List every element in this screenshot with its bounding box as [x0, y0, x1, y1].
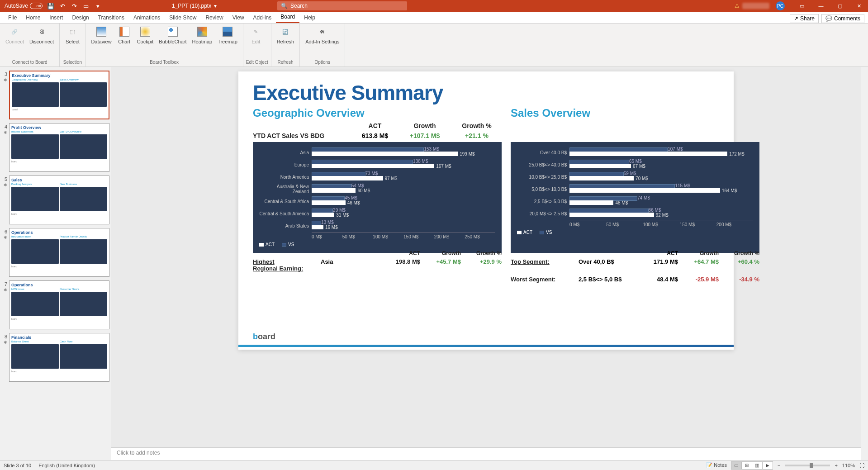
bar-row: Asia 153 M$ 199 M$ [259, 147, 495, 158]
select-button[interactable]: ⬚Select [62, 24, 82, 46]
highest-growthp: +29.9 % [480, 258, 502, 265]
bar-row: 25,0 B$<> 40,0 B$ 65 M$ 67 M$ [517, 159, 753, 171]
thumbnail-item[interactable]: 3✱ Executive Summary Geographic Overview… [2, 71, 109, 119]
warning-icon[interactable]: ⚠ [735, 3, 740, 9]
thumbnail-card[interactable]: Financials Balance SheetCash Flow board [9, 333, 109, 382]
highest-growth: +45.7 M$ [436, 258, 461, 265]
sales-section-title: Sales Overview [511, 107, 759, 119]
tab-home[interactable]: Home [21, 12, 45, 23]
ribbon-mode-icon[interactable]: ▭ [793, 0, 811, 12]
dataview-button[interactable]: Dataview [88, 24, 114, 46]
zoom-out-icon[interactable]: − [778, 463, 780, 468]
highest-region: Asia [321, 258, 379, 272]
user-name [742, 3, 769, 9]
close-icon[interactable]: ✕ [850, 0, 868, 12]
sorter-view-icon[interactable]: ⊞ [741, 461, 752, 470]
redo-icon[interactable]: ↷ [71, 2, 78, 9]
geo-section-title: Geographic Overview [253, 107, 502, 119]
qat-more-icon[interactable]: ▾ [94, 2, 101, 9]
bubblechart-button[interactable]: BubbleChart [156, 24, 189, 46]
thumbnail-panel[interactable]: 3✱ Executive Summary Geographic Overview… [0, 67, 111, 460]
minimize-icon[interactable]: ― [812, 0, 830, 12]
edit-button[interactable]: ✎Edit [246, 24, 266, 46]
thumbnail-card[interactable]: Operations Innovation IndexProduct Famil… [9, 228, 109, 277]
autosave-toggle[interactable]: AutoSave Off [5, 3, 43, 9]
bar-row: Central & South America 29 M$ 31 M$ [259, 208, 495, 219]
tab-design[interactable]: Design [67, 12, 93, 23]
heatmap-button[interactable]: Heatmap [190, 24, 215, 46]
tab-file[interactable]: File [4, 12, 21, 23]
chart-icon [119, 26, 130, 37]
zoom-level[interactable]: 110% [842, 463, 855, 468]
tab-addins[interactable]: Add-ins [249, 12, 276, 23]
thumbnail-number: 3✱ [2, 71, 9, 119]
thumbnail-item[interactable]: 4✱ Profit Overview Income StatementEBITD… [2, 123, 109, 172]
cockpit-button[interactable]: Cockpit [134, 24, 157, 46]
select-icon: ⬚ [67, 26, 78, 37]
refresh-icon: 🔄 [280, 26, 291, 37]
status-bar: Slide 3 of 10 English (United Kingdom) 📝… [0, 460, 868, 470]
fit-to-window-icon[interactable]: ⛶ [859, 463, 864, 468]
thumbnail-card[interactable]: Operations NPS IndexCustomer Score board [9, 280, 109, 329]
reading-view-icon[interactable]: ▥ [752, 461, 763, 470]
slideshow-view-icon[interactable]: ▶ [762, 461, 773, 470]
search-input[interactable] [290, 3, 403, 9]
settings-icon: 🛠 [317, 26, 328, 37]
file-name[interactable]: 1_PPT (10).pptx ▾ [172, 3, 217, 9]
thumbnail-card[interactable]: Executive Summary Geographic OverviewSal… [9, 71, 109, 119]
slide[interactable]: Executive Summary Geographic Overview AC… [238, 71, 734, 350]
present-icon[interactable]: ▭ [82, 2, 90, 9]
treemap-button[interactable]: Treemap [215, 24, 240, 46]
tab-insert[interactable]: Insert [45, 12, 67, 23]
notes-toggle[interactable]: 📝 Notes [706, 462, 727, 468]
maximize-icon[interactable]: ▢ [831, 0, 849, 12]
slide-counter[interactable]: Slide 3 of 10 [4, 463, 31, 468]
tab-slideshow[interactable]: Slide Show [165, 12, 201, 23]
connect-button[interactable]: 🔗Connect [3, 24, 27, 46]
tab-help[interactable]: Help [299, 12, 320, 23]
thumbnail-item[interactable]: 8✱ Financials Balance SheetCash Flow boa… [2, 333, 109, 382]
save-icon[interactable]: 💾 [47, 2, 54, 9]
tab-animations[interactable]: Animations [129, 12, 165, 23]
thumbnail-item[interactable]: 6✱ Operations Innovation IndexProduct Fa… [2, 228, 109, 277]
bar-row: Over 40,0 B$ 107 M$ 172 M$ [517, 147, 753, 158]
thumbnail-card[interactable]: Sales Booking AnalysisNew Business board [9, 176, 109, 224]
normal-view-icon[interactable]: ▭ [731, 461, 742, 470]
slide-area: Executive Summary Geographic Overview AC… [111, 67, 861, 460]
vertical-scrollbar[interactable] [861, 67, 868, 460]
thumbnail-number: 5✱ [2, 176, 9, 224]
tab-review[interactable]: Review [201, 12, 228, 23]
zoom-in-icon[interactable]: + [835, 463, 837, 468]
worst-seg-growth: -25.9 M$ [678, 276, 719, 283]
bar-row: Arab States 13 M$ 16 M$ [259, 220, 495, 232]
notes-pane[interactable]: Click to add notes [111, 447, 861, 460]
thumbnail-item[interactable]: 5✱ Sales Booking AnalysisNew Business bo… [2, 176, 109, 224]
thumbnail-number: 6✱ [2, 228, 9, 277]
thumbnail-item[interactable]: 7✱ Operations NPS IndexCustomer Score bo… [2, 280, 109, 329]
group-label: Edit Object [246, 59, 268, 66]
tab-board[interactable]: Board [276, 11, 299, 23]
bar-row: 2,5 B$<> 5,0 B$ 74 M$ 48 M$ [517, 195, 753, 207]
user-avatar[interactable]: PC [776, 1, 785, 10]
search-box[interactable]: 🔍 [277, 1, 407, 10]
thumbnail-number: 4✱ [2, 123, 9, 172]
disconnect-button[interactable]: ⛓Disconnect [27, 24, 57, 46]
thumbnail-card[interactable]: Profit Overview Income StatementEBITDA O… [9, 123, 109, 172]
chart-button[interactable]: Chart [114, 24, 134, 46]
main-area: 3✱ Executive Summary Geographic Overview… [0, 67, 868, 460]
top-seg-label: Top Segment: [511, 258, 579, 265]
bubblechart-icon [167, 26, 178, 37]
share-button[interactable]: ↗Share [790, 14, 819, 23]
comments-button[interactable]: 💬Comments [821, 14, 864, 23]
refresh-button[interactable]: 🔄Refresh [274, 24, 297, 46]
tab-transitions[interactable]: Transitions [94, 12, 129, 23]
chevron-down-icon: ▾ [214, 3, 217, 9]
ytd-growth: +107.1 M$ [398, 132, 452, 139]
undo-icon[interactable]: ↶ [59, 2, 66, 9]
addin-settings-button[interactable]: 🛠Add-In Settings [303, 24, 342, 46]
language-status[interactable]: English (United Kingdom) [38, 463, 95, 468]
group-label: Board Toolbox [88, 59, 240, 66]
top-seg-act: 171.9 M$ [654, 258, 678, 265]
tab-view[interactable]: View [228, 12, 249, 23]
zoom-slider[interactable] [785, 465, 830, 466]
